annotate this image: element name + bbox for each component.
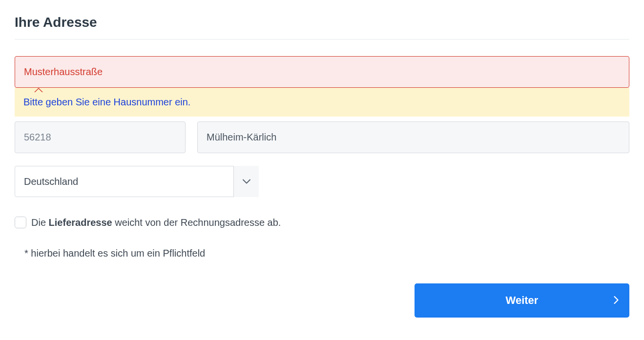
street-error-message: Bitte geben Sie eine Hausnummer ein. (15, 88, 629, 117)
required-field-note: * hierbei handelt es sich um ein Pflicht… (24, 248, 629, 259)
section-title: Ihre Adresse (15, 15, 629, 30)
delivery-address-checkbox[interactable] (15, 217, 26, 228)
street-field-wrap (15, 56, 629, 88)
section-divider (15, 39, 629, 40)
delivery-address-checkbox-row: Die Lieferadresse weicht von der Rechnun… (15, 217, 629, 228)
postal-code-input[interactable] (15, 121, 186, 153)
delivery-address-label[interactable]: Die Lieferadresse weicht von der Rechnun… (31, 217, 281, 228)
continue-button-label: Weiter (506, 294, 539, 307)
continue-button[interactable]: Weiter (415, 283, 629, 318)
city-input[interactable] (197, 121, 629, 153)
checkbox-label-post: weicht von der Rechnungsadresse ab. (112, 217, 281, 228)
error-arrow-icon (34, 88, 43, 92)
checkbox-label-pre: Die (31, 217, 49, 228)
checkbox-label-bold: Lieferadresse (49, 217, 112, 228)
country-select-wrap: Deutschland (15, 166, 259, 197)
button-row: Weiter (15, 283, 629, 318)
chevron-right-icon (614, 294, 619, 307)
street-input[interactable] (15, 56, 629, 88)
country-select[interactable]: Deutschland (15, 166, 259, 197)
postal-city-row (15, 121, 629, 153)
